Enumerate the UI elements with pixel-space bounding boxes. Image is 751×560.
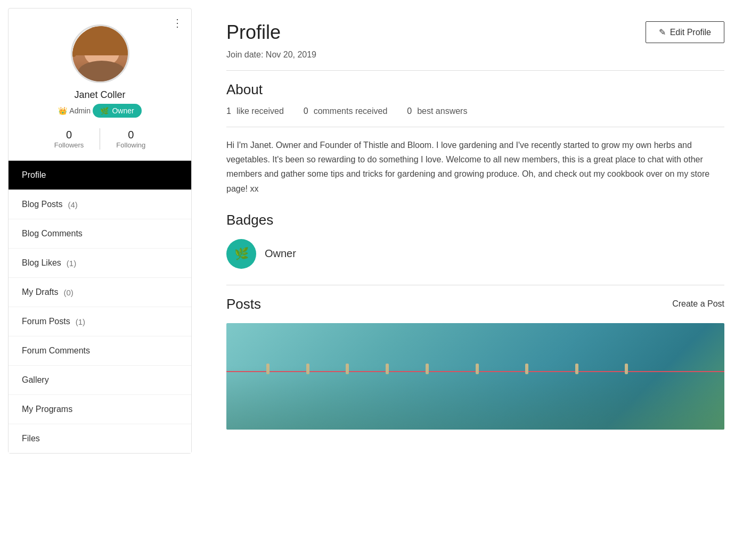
posts-title: Posts [226, 296, 261, 312]
avatar [71, 24, 129, 83]
sidebar-item-forum-posts[interactable]: Forum Posts(1) [9, 307, 191, 336]
stats-row: 1 like received 0 comments received 0 be… [226, 106, 724, 116]
profile-header: Profile ✎ Edit Profile [226, 21, 724, 44]
following-col[interactable]: 0 Following [100, 129, 161, 149]
post-image-overlay [226, 366, 724, 430]
owner-badge: 🌿 Owner [93, 104, 141, 118]
admin-label: Admin [69, 106, 91, 115]
following-count: 0 [128, 129, 134, 141]
crown-icon: 👑 [58, 106, 67, 115]
nav-item-label: Forum Comments [22, 346, 90, 356]
create-post-link[interactable]: Create a Post [672, 299, 724, 309]
sidebar-item-my-drafts[interactable]: My Drafts(0) [9, 278, 191, 307]
about-text: Hi I'm Janet. Owner and Founder of Thist… [226, 138, 724, 196]
stat-sep-2 [395, 106, 399, 116]
nav-item-label: Gallery [22, 375, 49, 385]
badge-name: Owner [265, 248, 296, 260]
divider-2 [226, 127, 724, 127]
admin-badge: 👑 Admin [58, 106, 91, 115]
badges-title: Badges [226, 212, 724, 228]
profile-card: ⋮ Janet Coller 👑 Admin 🌿 Owner 0 Followe… [9, 9, 191, 161]
post-image [226, 323, 724, 430]
sidebar-nav: ProfileBlog Posts(4)Blog CommentsBlog Li… [9, 161, 191, 453]
badge-item: 🌿 Owner [226, 239, 724, 269]
page-title: Profile [226, 21, 281, 44]
leaf-icon: 🌿 [100, 107, 109, 115]
join-date: Join date: Nov 20, 2019 [226, 50, 724, 60]
followers-row: 0 Followers 0 Following [19, 128, 181, 150]
followers-label: Followers [54, 141, 84, 149]
sidebar-item-blog-posts[interactable]: Blog Posts(4) [9, 190, 191, 219]
sidebar-item-my-programs[interactable]: My Programs [9, 395, 191, 424]
nav-item-count: (0) [63, 288, 73, 297]
menu-dots-button[interactable]: ⋮ [172, 17, 183, 29]
edit-profile-label: Edit Profile [670, 28, 711, 37]
divider-3 [226, 285, 724, 285]
main-content: Profile ✎ Edit Profile Join date: Nov 20… [200, 0, 751, 560]
sidebar: ⋮ Janet Coller 👑 Admin 🌿 Owner 0 Followe… [8, 8, 192, 454]
edit-profile-button[interactable]: ✎ Edit Profile [646, 21, 724, 43]
sidebar-item-profile[interactable]: Profile [9, 161, 191, 190]
nav-item-label: Blog Posts [22, 200, 62, 209]
sidebar-item-blog-likes[interactable]: Blog Likes(1) [9, 249, 191, 278]
sidebar-item-gallery[interactable]: Gallery [9, 366, 191, 395]
followers-col[interactable]: 0 Followers [38, 129, 100, 149]
nav-item-label: My Drafts [22, 287, 58, 297]
divider-1 [226, 70, 724, 71]
user-name: Janet Coller [19, 89, 181, 101]
badge-icon: 🌿 [226, 239, 256, 269]
likes-label: like received [236, 106, 284, 116]
nav-item-label: Blog Likes [22, 258, 61, 268]
stat-sep-1 [291, 106, 296, 116]
nav-item-label: Blog Comments [22, 229, 83, 238]
nav-item-count: (1) [67, 259, 76, 268]
sidebar-item-forum-comments[interactable]: Forum Comments [9, 336, 191, 366]
nav-item-count: (4) [68, 200, 77, 209]
likes-count: 1 [226, 106, 231, 116]
nav-item-label: My Programs [22, 405, 72, 414]
sidebar-item-files[interactable]: Files [9, 424, 191, 453]
owner-label: Owner [112, 106, 134, 115]
comments-label: comments received [314, 106, 388, 116]
about-title: About [226, 81, 724, 98]
nav-item-label: Profile [22, 170, 46, 180]
sidebar-item-blog-comments[interactable]: Blog Comments [9, 219, 191, 249]
answers-count: 0 [407, 106, 412, 116]
nav-item-count: (1) [76, 317, 85, 326]
edit-pencil-icon: ✎ [659, 27, 666, 37]
followers-count: 0 [66, 129, 72, 141]
nav-item-label: Forum Posts [22, 317, 70, 326]
following-label: Following [116, 141, 145, 149]
comments-count: 0 [304, 106, 308, 116]
nav-item-label: Files [22, 434, 40, 443]
answers-label: best answers [417, 106, 467, 116]
posts-header: Posts Create a Post [226, 296, 724, 312]
